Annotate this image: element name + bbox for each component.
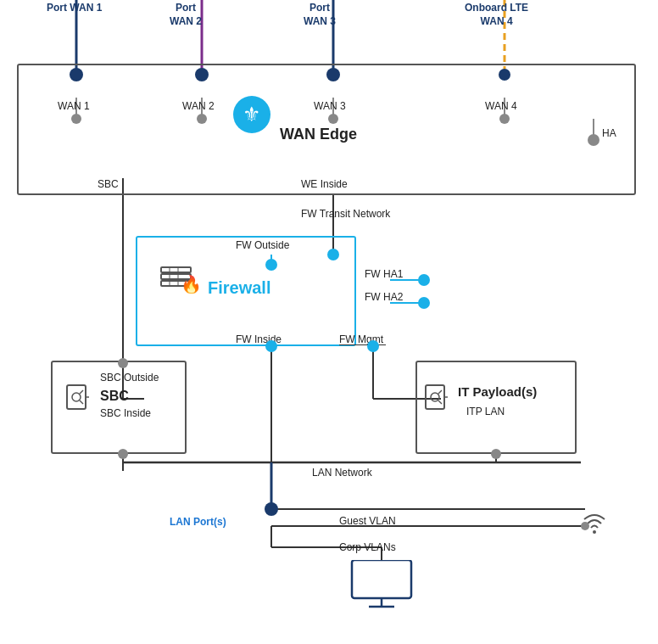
svg-point-37: [72, 393, 81, 401]
itp-lan-label: ITP LAN: [466, 406, 505, 417]
sbc-box-title: SBC: [100, 389, 129, 404]
wan1-inner-node: [71, 114, 81, 124]
itp-device-icon: [422, 382, 454, 414]
itp-bottom-node: [491, 449, 501, 459]
fw-transit-label: FW Transit Network: [301, 208, 390, 220]
svg-line-44: [438, 400, 442, 404]
fw-mgmt-node: [367, 340, 379, 352]
svg-rect-41: [426, 385, 444, 409]
port-wan4-node: [499, 69, 510, 81]
fw-ha1-label: FW HA1: [365, 268, 403, 280]
port-wan1-label: Port WAN 1: [47, 2, 102, 15]
fw-ha2-node: [418, 297, 430, 309]
itp-title: IT Payload(s): [458, 384, 537, 399]
wifi-node: [581, 522, 589, 530]
port-wan3-node: [326, 68, 340, 81]
fw-inside-node: [265, 340, 277, 352]
svg-point-42: [431, 393, 439, 401]
svg-rect-36: [67, 385, 86, 409]
fw-ha1-node: [418, 274, 430, 286]
wan2-label: WAN 2: [182, 100, 215, 112]
port-wan3-label: PortWAN 3: [304, 2, 336, 28]
corp-vlans-label: Corp VLANs: [339, 541, 396, 553]
sbc-outside-node: [118, 358, 128, 368]
lan-port-node: [265, 502, 278, 516]
svg-point-46: [593, 530, 596, 534]
svg-line-39: [80, 400, 83, 404]
sbc-wan-label: SBC: [98, 178, 119, 190]
wan-edge-title: WAN Edge: [280, 126, 357, 143]
guest-vlan-label: Guest VLAN: [339, 515, 396, 527]
wan4-label: WAN 4: [485, 100, 517, 112]
svg-rect-30: [161, 267, 191, 272]
wan1-label: WAN 1: [58, 100, 90, 112]
sbc-inside-node: [118, 449, 128, 459]
we-inside-label: WE Inside: [301, 178, 348, 190]
ha-label: HA: [602, 127, 616, 139]
svg-text:⚜: ⚜: [243, 103, 261, 126]
wan3-inner-node: [328, 114, 338, 124]
network-diagram: Port WAN 1 PortWAN 2 PortWAN 3 Onboard L…: [0, 0, 658, 644]
wan4-inner-node: [499, 114, 510, 124]
corp-vlans-icon: [348, 560, 415, 614]
wan-edge-icon: ⚜: [231, 93, 273, 136]
firewall-icon: 🔥: [157, 255, 204, 301]
svg-line-38: [80, 390, 83, 394]
sbc-device-icon: [64, 382, 96, 414]
firewall-title: Firewall: [208, 278, 270, 298]
lan-ports-label: LAN Port(s): [170, 516, 226, 528]
wan2-inner-node: [197, 114, 207, 124]
lan-network-label: LAN Network: [312, 467, 372, 479]
fw-outside-label: FW Outside: [236, 239, 289, 251]
port-wan1-node: [70, 68, 83, 81]
svg-line-43: [438, 390, 442, 394]
sbc-outside-label: SBC Outside: [100, 372, 159, 384]
port-wan2-label: PortWAN 2: [170, 2, 202, 28]
svg-rect-47: [352, 560, 411, 598]
svg-text:🔥: 🔥: [181, 274, 202, 294]
port-wan2-node: [195, 68, 209, 81]
wan3-label: WAN 3: [314, 100, 346, 112]
port-wan4-label: Onboard LTEWAN 4: [465, 2, 528, 28]
fw-outside-node: [265, 259, 277, 271]
ha-node: [588, 134, 599, 146]
fw-ha2-label: FW HA2: [365, 291, 403, 303]
sbc-inside-label: SBC Inside: [100, 407, 151, 419]
